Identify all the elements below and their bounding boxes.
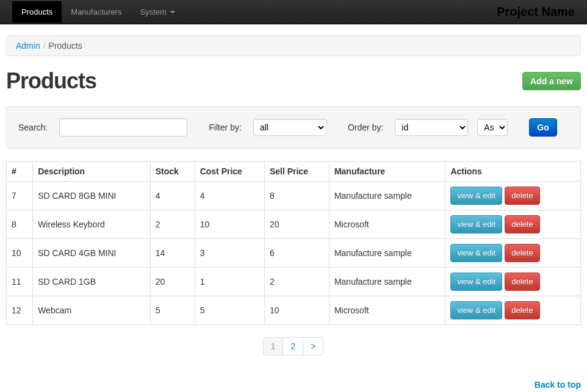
nav-item-products[interactable]: Products (12, 1, 62, 23)
cell-description: SD CARD 8GB MINI (33, 182, 151, 210)
products-table: #DescriptionStockCost PriceSell PriceMan… (6, 161, 581, 325)
cell-sell: 6 (264, 239, 329, 268)
cell-description: Webcam (33, 296, 151, 325)
table-row: 8Wireless Keybord21020Microsoftview & ed… (7, 210, 581, 239)
brand-label: Project Name (497, 5, 575, 19)
breadcrumb: Admin/Products (6, 35, 581, 56)
breadcrumb-products: Products (49, 41, 82, 51)
table-row: 11SD CARD 1GB2012Manufacture sampleview … (7, 268, 581, 296)
cell-actions: view & editdelete (445, 210, 581, 239)
view-edit-button[interactable]: view & edit (450, 273, 502, 291)
cell-id: 10 (7, 239, 33, 268)
page->[interactable]: > (303, 337, 323, 355)
search-label: Search: (18, 123, 48, 132)
cell-stock: 4 (150, 182, 195, 210)
delete-button[interactable]: delete (505, 187, 539, 205)
cell-stock: 20 (150, 268, 195, 296)
cell-sell: 2 (264, 268, 329, 296)
chevron-down-icon (170, 11, 175, 13)
cell-actions: view & editdelete (445, 268, 581, 296)
view-edit-button[interactable]: view & edit (450, 301, 502, 319)
breadcrumb-admin[interactable]: Admin (16, 41, 40, 51)
column-header: Manufacture (329, 162, 445, 182)
direction-select[interactable]: Asc (477, 119, 508, 136)
cell-stock: 5 (150, 296, 195, 325)
column-header: Cost Price (195, 162, 264, 182)
column-header: Sell Price (264, 162, 329, 182)
view-edit-button[interactable]: view & edit (450, 187, 502, 205)
cell-stock: 2 (150, 210, 195, 239)
search-input[interactable] (59, 118, 187, 137)
cell-id: 7 (7, 182, 33, 210)
cell-sell: 20 (264, 210, 329, 239)
view-edit-button[interactable]: view & edit (450, 215, 502, 233)
page-title: Products (6, 68, 96, 94)
cell-manufacture: Manufacture sample (329, 268, 445, 296)
cell-stock: 14 (150, 239, 195, 268)
navbar: ProductsManufacturersSystem Project Name (0, 0, 587, 24)
view-edit-button[interactable]: view & edit (450, 244, 502, 262)
table-row: 7SD CARD 8GB MINI448Manufacture samplevi… (7, 182, 581, 210)
cell-sell: 8 (264, 182, 329, 210)
cell-description: SD CARD 4GB MINI (33, 239, 151, 268)
cell-cost: 10 (195, 210, 264, 239)
table-row: 12Webcam5510Microsoftview & editdelete (7, 296, 581, 325)
delete-button[interactable]: delete (505, 273, 539, 291)
filter-bar: Search: Filter by: all Order by: id Asc … (6, 106, 581, 149)
cell-actions: view & editdelete (445, 296, 581, 325)
column-header: Actions (445, 162, 581, 182)
cell-sell: 10 (264, 296, 329, 325)
breadcrumb-divider: / (40, 41, 49, 51)
cell-cost: 4 (195, 182, 264, 210)
filter-label: Filter by: (209, 123, 242, 132)
cell-manufacture: Microsoft (329, 296, 445, 325)
delete-button[interactable]: delete (505, 301, 539, 319)
column-header: # (7, 162, 33, 182)
cell-cost: 1 (195, 268, 264, 296)
column-header: Description (33, 162, 151, 182)
cell-manufacture: Microsoft (329, 210, 445, 239)
cell-description: Wireless Keybord (33, 210, 151, 239)
cell-id: 11 (7, 268, 33, 296)
cell-id: 12 (7, 296, 33, 325)
nav-item-manufacturers[interactable]: Manufacturers (62, 1, 131, 23)
nav-item-system[interactable]: System (131, 1, 184, 23)
order-select[interactable]: id (395, 119, 468, 136)
cell-id: 8 (7, 210, 33, 239)
filter-select[interactable]: all (253, 119, 326, 136)
pagination: 12> (6, 337, 581, 355)
go-button[interactable]: Go (529, 118, 556, 137)
page-1: 1 (263, 337, 284, 355)
cell-actions: view & editdelete (445, 239, 581, 268)
cell-cost: 5 (195, 296, 264, 325)
add-new-button[interactable]: Add a new (522, 72, 581, 90)
delete-button[interactable]: delete (505, 215, 539, 233)
cell-description: SD CARD 1GB (33, 268, 151, 296)
column-header: Stock (150, 162, 195, 182)
delete-button[interactable]: delete (505, 244, 539, 262)
cell-manufacture: Manufacture sample (329, 182, 445, 210)
order-label: Order by: (348, 123, 383, 132)
back-to-top-link[interactable]: Back to top (535, 380, 581, 390)
page-2[interactable]: 2 (283, 337, 303, 355)
cell-actions: view & editdelete (445, 182, 581, 210)
cell-manufacture: Manufacture sample (329, 239, 445, 268)
cell-cost: 3 (195, 239, 264, 268)
table-row: 10SD CARD 4GB MINI1436Manufacture sample… (7, 239, 581, 268)
